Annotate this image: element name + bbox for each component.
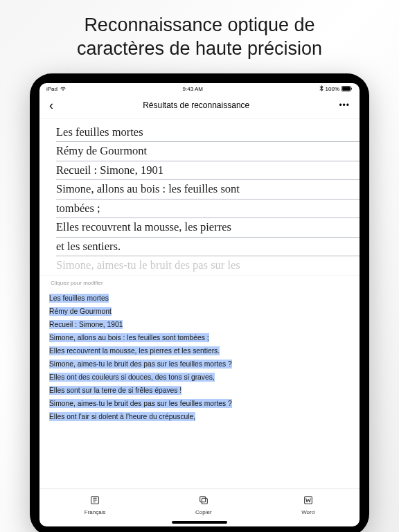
ocr-line: Elles recouvrent la mousse, les pierres …: [49, 344, 350, 357]
language-label: Français: [85, 509, 106, 515]
handwriting-line: Elles recouvrent la mousse, les pierres: [56, 218, 360, 238]
ipad-frame: iPad 9:43 AM 100% ‹ Résultats de reconna…: [30, 73, 369, 533]
status-bar: iPad 9:43 AM 100%: [39, 83, 360, 94]
svg-rect-4: [202, 498, 207, 504]
promo-line2: caractères de haute précision: [77, 38, 322, 59]
ipad-screen: iPad 9:43 AM 100% ‹ Résultats de reconna…: [39, 83, 360, 526]
ocr-line: Elles ont des couleurs si douces, des to…: [49, 371, 350, 384]
language-icon: [89, 495, 100, 507]
handwriting-line: tombées ;: [56, 200, 360, 219]
ocr-line: Les feuilles mortes: [49, 292, 350, 305]
ocr-line: Rémy de Gourmont: [49, 305, 350, 318]
handwriting-line: et les sentiers.: [56, 238, 360, 257]
promo-title: Reconnaissance optique de caractères de …: [0, 0, 399, 73]
ocr-line: Simone, aimes-tu le bruit des pas sur le…: [49, 397, 350, 410]
svg-rect-2: [351, 87, 352, 89]
promo-line1: Reconnaissance optique de: [84, 15, 314, 35]
status-time: 9:43 AM: [183, 86, 203, 92]
ocr-line: Simone, allons au bois : les feuilles so…: [49, 331, 350, 344]
home-indicator[interactable]: [172, 521, 227, 524]
bottom-toolbar: Français Copier Word: [39, 488, 360, 520]
word-button[interactable]: Word: [301, 495, 314, 515]
battery-pct: 100%: [326, 86, 339, 92]
ocr-line: Elles sont sur la terre de si frêles épa…: [49, 384, 350, 397]
copy-label: Copier: [195, 509, 212, 515]
svg-rect-1: [342, 87, 350, 91]
svg-rect-6: [304, 496, 312, 504]
svg-rect-5: [200, 496, 205, 502]
edit-hint[interactable]: Cliquez pour modifier: [39, 275, 360, 290]
battery-icon: [342, 86, 353, 93]
ocr-line: Simone, aimes-tu le bruit des pas sur le…: [49, 357, 350, 371]
nav-title: Résultats de reconnaissance: [143, 100, 249, 110]
handwriting-panel[interactable]: Les feuilles mortes Rémy de Gourmont Rec…: [39, 119, 360, 276]
handwriting-line-partial: Simone, aimes-tu le bruit des pas sur le…: [56, 256, 360, 275]
word-label: Word: [301, 509, 314, 515]
back-button[interactable]: ‹: [49, 98, 53, 113]
nav-bar: ‹ Résultats de reconnaissance •••: [39, 94, 360, 119]
bluetooth-icon: [319, 85, 323, 93]
language-button[interactable]: Français: [85, 495, 106, 515]
copy-icon: [198, 495, 209, 507]
word-icon: [303, 495, 314, 507]
ocr-line: Elles ont l'air si dolent à l'heure du c…: [49, 410, 350, 423]
ocr-panel[interactable]: Les feuilles mortes Rémy de Gourmont Rec…: [39, 290, 360, 488]
more-button[interactable]: •••: [339, 100, 350, 110]
wifi-icon: [60, 86, 66, 93]
handwriting-line: Recueil : Simone, 1901: [56, 161, 360, 181]
handwriting-line: Les feuilles mortes: [56, 123, 360, 143]
handwriting-line: Rémy de Gourmont: [56, 142, 360, 161]
copy-button[interactable]: Copier: [195, 495, 212, 515]
ocr-line: Recueil : Simone, 1901: [49, 318, 350, 331]
status-device: iPad: [46, 86, 57, 92]
handwriting-line: Simone, allons au bois : les feuilles so…: [56, 180, 360, 200]
